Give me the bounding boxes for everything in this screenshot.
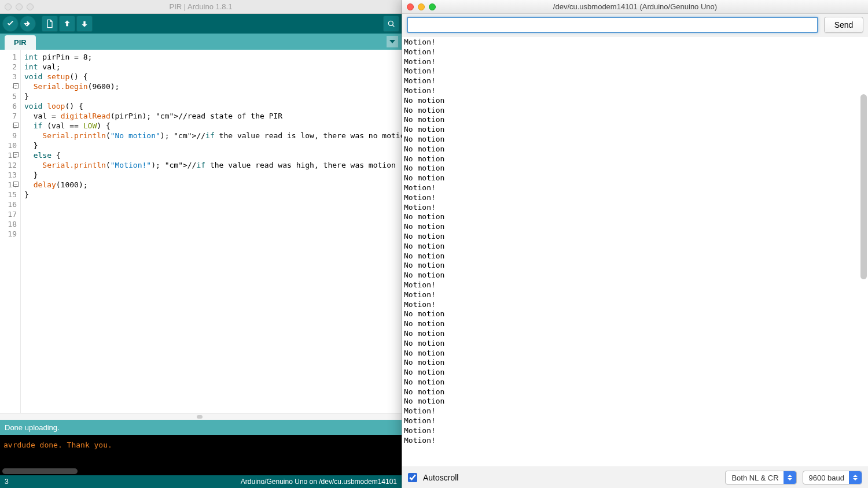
serial-line: No motion — [404, 173, 866, 183]
serial-line: No motion — [404, 222, 866, 232]
serial-line: No motion — [404, 212, 866, 222]
serial-line: No motion — [404, 397, 866, 406]
line-ending-select[interactable]: Both NL & CR — [725, 471, 796, 485]
footer-board-port: Arduino/Genuino Uno on /dev/cu.usbmodem1… — [241, 478, 397, 486]
serial-title: /dev/cu.usbmodem14101 (Arduino/Genuino U… — [402, 2, 868, 11]
code-line[interactable]: if (val == LOW) { — [24, 121, 398, 131]
chevron-updown-icon — [784, 471, 796, 484]
tab-pir[interactable]: PIR — [5, 35, 36, 50]
serial-input-row: Send — [402, 14, 868, 36]
tab-menu-button[interactable] — [387, 36, 398, 47]
serial-monitor-window: /dev/cu.usbmodem14101 (Arduino/Genuino U… — [402, 0, 868, 488]
ide-tabbar: PIR — [0, 34, 402, 50]
save-button[interactable] — [76, 16, 93, 32]
serial-line: Motion! — [404, 76, 866, 86]
send-button[interactable]: Send — [824, 17, 863, 33]
serial-line: No motion — [404, 135, 866, 145]
serial-line: No motion — [404, 96, 866, 106]
code-line[interactable]: delay(1000); — [24, 180, 398, 190]
serial-line: No motion — [404, 358, 866, 368]
serial-line: No motion — [404, 106, 866, 116]
serial-line: No motion — [404, 319, 866, 329]
serial-monitor-button[interactable] — [383, 16, 399, 32]
serial-footer: Autoscroll Both NL & CR 9600 baud — [402, 467, 868, 488]
serial-line: Motion! — [404, 416, 866, 426]
code-line[interactable]: } — [24, 141, 398, 150]
serial-input[interactable] — [407, 17, 818, 33]
code-line[interactable]: else { — [24, 150, 398, 160]
serial-line: Motion! — [404, 280, 866, 290]
serial-line: Motion! — [404, 426, 866, 436]
code-editor[interactable]: 1234−5678−91011−121314−1516171819 int pi… — [0, 50, 402, 413]
autoscroll-label: Autoscroll — [423, 473, 458, 482]
code-line[interactable]: void loop() { — [24, 101, 398, 111]
serial-line: No motion — [404, 271, 866, 280]
editor-horizontal-scrollbar[interactable] — [0, 413, 402, 420]
code-line[interactable]: val = digitalRead(pirPin); "cm">//read s… — [24, 111, 398, 121]
serial-line: Motion! — [404, 183, 866, 193]
ide-title: PIR | Arduino 1.8.1 — [0, 2, 402, 11]
code-line[interactable]: void setup() { — [24, 72, 398, 82]
code-line[interactable]: } — [24, 190, 398, 199]
serial-scrollbar[interactable] — [860, 94, 867, 279]
serial-line: No motion — [404, 339, 866, 349]
serial-line: Motion! — [404, 86, 866, 96]
code-area[interactable]: int pirPin = 8;int val;void setup() { Se… — [21, 50, 402, 413]
ide-toolbar — [0, 14, 402, 34]
verify-button[interactable] — [2, 16, 19, 32]
code-line[interactable]: Serial.println("No motion"); "cm">//if t… — [24, 131, 398, 141]
footer-line: 3 — [5, 478, 9, 486]
serial-line: No motion — [404, 261, 866, 271]
chevron-updown-icon — [849, 471, 862, 484]
serial-line: No motion — [404, 349, 866, 358]
serial-output[interactable]: Motion!Motion!Motion!Motion!Motion!Motio… — [402, 36, 868, 467]
serial-line: No motion — [404, 329, 866, 339]
console-output: avrdude done. Thank you. — [3, 441, 112, 449]
serial-line: No motion — [404, 309, 866, 319]
serial-line: Motion! — [404, 193, 866, 203]
upload-button[interactable] — [20, 16, 36, 32]
serial-line: Motion! — [404, 290, 866, 300]
serial-line: No motion — [404, 125, 866, 135]
status-bar: Done uploading. — [0, 420, 402, 435]
serial-line: Motion! — [404, 57, 866, 67]
serial-line: No motion — [404, 115, 866, 125]
serial-line: Motion! — [404, 66, 866, 76]
serial-line: Motion! — [404, 300, 866, 310]
serial-line: Motion! — [404, 203, 866, 213]
console-scrollbar[interactable] — [2, 468, 78, 474]
code-line[interactable]: } — [24, 170, 398, 180]
code-line[interactable]: Serial.begin(9600); — [24, 82, 398, 91]
ide-footer: 3 Arduino/Genuino Uno on /dev/cu.usbmode… — [0, 475, 402, 488]
serial-line: Motion! — [404, 38, 866, 47]
serial-line: No motion — [404, 232, 866, 242]
autoscroll-checkbox[interactable] — [408, 473, 417, 482]
line-number-gutter: 1234−5678−91011−121314−1516171819 — [0, 50, 21, 413]
open-button[interactable] — [59, 16, 75, 32]
serial-line: No motion — [404, 145, 866, 154]
code-line[interactable]: int val; — [24, 62, 398, 72]
serial-line: Motion! — [404, 406, 866, 416]
code-line[interactable]: Serial.println("Motion!"); "cm">//if the… — [24, 160, 398, 170]
serial-line: No motion — [404, 252, 866, 261]
code-line[interactable]: int pirPin = 8; — [24, 52, 398, 62]
ide-titlebar: PIR | Arduino 1.8.1 — [0, 0, 402, 14]
arduino-ide-window: PIR | Arduino 1.8.1 PIR 1234−5678−91011−… — [0, 0, 402, 488]
baud-value: 9600 baud — [809, 474, 844, 482]
line-ending-value: Both NL & CR — [731, 474, 778, 482]
code-line[interactable]: } — [24, 91, 398, 101]
status-text: Done uploading. — [5, 423, 60, 432]
serial-line: No motion — [404, 368, 866, 378]
compiler-console: avrdude done. Thank you. — [0, 435, 402, 475]
serial-line: Motion! — [404, 436, 866, 446]
serial-line: No motion — [404, 378, 866, 387]
serial-line: No motion — [404, 242, 866, 252]
serial-line: No motion — [404, 154, 866, 164]
serial-line: Motion! — [404, 47, 866, 57]
serial-titlebar: /dev/cu.usbmodem14101 (Arduino/Genuino U… — [402, 0, 868, 14]
serial-line: No motion — [404, 387, 866, 397]
new-button[interactable] — [42, 16, 58, 32]
serial-line: No motion — [404, 164, 866, 173]
baud-select[interactable]: 9600 baud — [803, 471, 862, 485]
